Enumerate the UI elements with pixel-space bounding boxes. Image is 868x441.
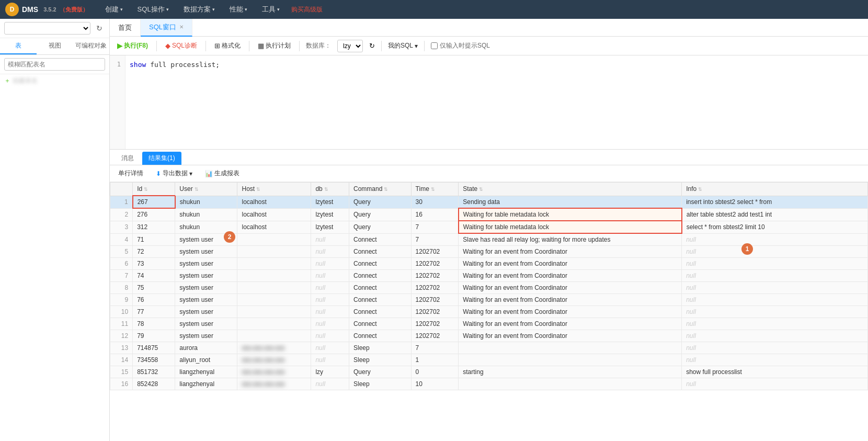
my-sql-button[interactable]: 我的SQL ▾	[388, 41, 418, 50]
sidebar-tab-table[interactable]: 表	[0, 38, 37, 54]
cell-state: Slave has read all relay log; waiting fo…	[459, 233, 682, 246]
run-button[interactable]: ▶ 执行(F8)	[115, 40, 150, 51]
cell-db: lzy	[311, 366, 349, 378]
search-box	[0, 55, 109, 74]
col-user[interactable]: User⇅	[175, 183, 237, 196]
format-button[interactable]: ⊞ 格式化	[212, 40, 243, 51]
table-row[interactable]: 1 267 shukun localhost lzytest Query 30 …	[110, 196, 868, 208]
divider-2	[205, 41, 206, 51]
tab-bar: 首页 SQL窗口 ✕	[110, 19, 868, 37]
single-row-detail-button[interactable]: 单行详情	[115, 168, 146, 179]
app-name: DMS	[22, 5, 38, 14]
table-row[interactable]: 7 74 system user null Connect 1202702 Wa…	[110, 270, 868, 282]
table-row[interactable]: 10 77 system user null Connect 1202702 W…	[110, 306, 868, 318]
cell-time: 30	[411, 196, 459, 208]
cell-user: aliyun_root	[175, 354, 237, 366]
table-row[interactable]: 13 714875 aurora xxx.xxx.xxx.xxx null Sl…	[110, 342, 868, 354]
nav-tools[interactable]: 工具 ▾	[256, 3, 286, 16]
table-row[interactable]: 2 276 shukun localhost lzytest Query 16 …	[110, 208, 868, 221]
sql-content[interactable]: show full processlist;	[125, 55, 224, 149]
cell-state	[459, 342, 682, 354]
col-info[interactable]: Info⇅	[682, 183, 868, 196]
hint-checkbox[interactable]: 仅输入时提示SQL	[431, 41, 490, 50]
cell-id: 78	[133, 318, 175, 330]
col-time[interactable]: Time⇅	[411, 183, 459, 196]
col-db[interactable]: db⇅	[311, 183, 349, 196]
table-row[interactable]: 11 78 system user null Connect 1202702 W…	[110, 318, 868, 330]
table-row[interactable]: 16 852428 liangzhenyal xxx.xxx.xxx.xxx n…	[110, 378, 868, 390]
export-data-button[interactable]: ⬇ 导出数据 ▾	[153, 168, 196, 179]
cell-command: Query	[349, 221, 411, 233]
cell-state: Waiting for an event from Coordinator	[459, 258, 682, 270]
generate-report-button[interactable]: 📊 生成报表	[202, 168, 243, 179]
cell-info: null	[682, 306, 868, 318]
row-num: 13	[110, 342, 133, 354]
col-host[interactable]: Host⇅	[237, 183, 311, 196]
col-state[interactable]: State⇅	[459, 183, 682, 196]
cell-command: Sleep	[349, 342, 411, 354]
table-row[interactable]: 8 75 system user null Connect 1202702 Wa…	[110, 282, 868, 294]
cell-host	[237, 246, 311, 258]
cell-id: 851732	[133, 366, 175, 378]
table-row[interactable]: 14 734558 aliyun_root xxx.xxx.xxx.xxx nu…	[110, 354, 868, 366]
sidebar-tab-programmable[interactable]: 可编程对象	[73, 38, 109, 54]
cell-command: Connect	[349, 246, 411, 258]
cell-info: null	[682, 282, 868, 294]
table-search-input[interactable]	[4, 58, 105, 71]
table-row[interactable]: 12 79 system user null Connect 1202702 W…	[110, 330, 868, 342]
nav-data-plan[interactable]: 数据方案 ▾	[177, 3, 221, 16]
annotation-badge-1: 1	[741, 243, 753, 255]
tab-sql-window[interactable]: SQL窗口 ✕	[141, 19, 192, 37]
cell-state: Waiting for an event from Coordinator	[459, 270, 682, 282]
plan-button[interactable]: ▦ 执行计划	[256, 40, 293, 51]
db-select[interactable]: lzy	[337, 40, 363, 52]
divider-3	[249, 41, 249, 51]
badge-1-label: 1	[741, 243, 753, 255]
cell-state: Waiting for an event from Coordinator	[459, 318, 682, 330]
sql-editor: 1 show full processlist;	[110, 55, 868, 150]
results-tab-resultset[interactable]: 结果集(1)	[142, 152, 181, 165]
col-command[interactable]: Command⇅	[349, 183, 411, 196]
sql-text: full processlist;	[150, 61, 220, 69]
col-id[interactable]: Id⇅	[133, 183, 175, 196]
results-actions: 单行详情 ⬇ 导出数据 ▾ 📊 生成报表	[110, 165, 868, 182]
cell-info: null	[682, 354, 868, 366]
table-header-row: Id⇅ User⇅ Host⇅ db⇅ Command⇅ Time⇅ State…	[110, 183, 868, 196]
nav-sql-ops[interactable]: SQL操作 ▾	[131, 3, 175, 16]
cell-db: null	[311, 342, 349, 354]
sidebar: ↻ 表 视图 可编程对象 ＋ 创建表名	[0, 19, 110, 441]
buy-premium-link[interactable]: 购买高级版	[291, 5, 323, 14]
tab-home[interactable]: 首页	[110, 19, 141, 37]
sidebar-db-select[interactable]	[4, 22, 90, 35]
row-num: 3	[110, 221, 133, 233]
nav-perf[interactable]: 性能 ▾	[223, 3, 254, 16]
table-row[interactable]: 15 851732 liangzhenyal xxx.xxx.xxx.xxx l…	[110, 366, 868, 378]
table-row[interactable]: 5 72 system user null Connect 1202702 Wa…	[110, 246, 868, 258]
cell-user: system user	[175, 306, 237, 318]
cell-command: Connect	[349, 330, 411, 342]
cell-host: xxx.xxx.xxx.xxx	[237, 378, 311, 390]
hint-checkbox-input[interactable]	[431, 42, 438, 49]
cell-user: system user	[175, 270, 237, 282]
cell-host	[237, 258, 311, 270]
report-label: 生成报表	[214, 169, 239, 178]
sidebar-refresh-button[interactable]: ↻	[94, 22, 105, 34]
sql-diag-button[interactable]: ◆ SQL诊断	[163, 40, 199, 51]
cell-user: system user	[175, 318, 237, 330]
cell-info: null	[682, 294, 868, 306]
nav-create[interactable]: 创建 ▾	[99, 3, 129, 16]
row-num: 6	[110, 258, 133, 270]
sidebar-tab-view[interactable]: 视图	[37, 38, 73, 54]
results-tab-message[interactable]: 消息	[115, 152, 140, 165]
table-row[interactable]: 6 73 system user null Connect 1202702 Wa…	[110, 258, 868, 270]
cell-db: null	[311, 246, 349, 258]
cell-user: liangzhenyal	[175, 366, 237, 378]
add-table-row[interactable]: ＋ 创建表名	[0, 74, 109, 87]
my-sql-label: 我的SQL	[388, 41, 413, 50]
cell-command: Connect	[349, 233, 411, 246]
table-row[interactable]: 9 76 system user null Connect 1202702 Wa…	[110, 294, 868, 306]
db-refresh-button[interactable]: ↻	[369, 42, 375, 50]
cell-command: Query	[349, 196, 411, 208]
plan-label: 执行计划	[266, 41, 291, 50]
tab-close-icon[interactable]: ✕	[179, 24, 184, 30]
